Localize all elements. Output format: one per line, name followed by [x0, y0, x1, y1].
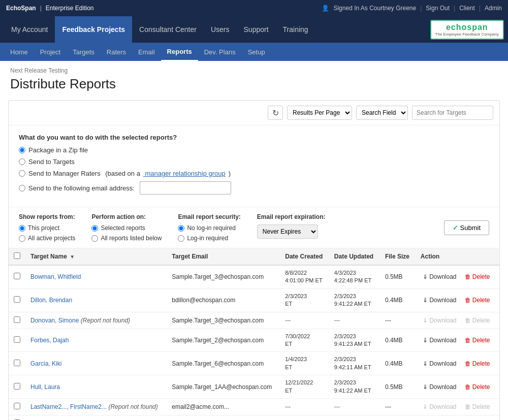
row-checkbox[interactable] [14, 316, 20, 323]
th-target-name[interactable]: Target Name ▼ [25, 248, 167, 265]
download-button[interactable]: ⇓ Download [421, 336, 459, 345]
refresh-button[interactable]: ↻ [268, 106, 283, 120]
delete-button[interactable]: 🗑 Delete [463, 359, 492, 368]
show-from-group: Show reports from: This project All acti… [19, 213, 75, 242]
row-name: LastName2..., FirstName2... (Report not … [25, 398, 167, 415]
target-name-link[interactable]: Garcia, Kiki [30, 360, 61, 367]
target-name-link[interactable]: Bowman, Whitfield [30, 273, 81, 280]
sign-out-link[interactable]: Sign Out [426, 5, 450, 12]
results-per-page-select[interactable]: Results Per Page [287, 106, 352, 120]
option-targets-radio[interactable] [19, 158, 25, 165]
expiration-select[interactable]: Never Expires 7 Days 30 Days 90 Days [257, 224, 318, 239]
th-checkbox [9, 248, 25, 265]
option-manager-suffix: (based on a [104, 170, 140, 177]
delete-button[interactable]: 🗑 Delete [463, 336, 492, 345]
subnav-home[interactable]: Home [4, 43, 34, 61]
row-action: ⇓ Download🗑 Delete [416, 288, 499, 312]
delete-button[interactable]: 🗑 Delete [463, 296, 492, 305]
table-row: Bowman, WhitfieldSample.Target_3@echospa… [9, 265, 499, 288]
row-email: Sample.Target_3@echospan.com [167, 265, 280, 288]
row-checkbox[interactable] [14, 273, 20, 279]
search-field-select[interactable]: Search Field [356, 106, 408, 120]
download-button[interactable]: ⇓ Download [421, 272, 459, 281]
subnav-targets[interactable]: Targets [67, 43, 101, 61]
download-button[interactable]: ⇓ Download [421, 296, 459, 305]
row-name: Garcia, Kiki [25, 352, 167, 375]
subnav-reports[interactable]: Reports [161, 43, 198, 61]
download-button[interactable]: ⇓ Download [421, 382, 459, 392]
row-date-updated: --- [329, 312, 380, 329]
row-file-size: 0.5MB [380, 375, 416, 399]
delete-button[interactable]: 🗑 Delete [463, 272, 492, 281]
nav-support[interactable]: Support [237, 16, 276, 43]
perform-all-radio[interactable] [91, 235, 98, 242]
row-name: LastName3..., FirstName3... (Report not … [25, 415, 167, 420]
row-name: Donovan, Simone (Report not found) [25, 312, 167, 329]
main-panel: ↻ Results Per Page Search Field What do … [8, 100, 500, 420]
row-date-created: 7/30/2022ET [280, 329, 329, 352]
subnav-dev-plans[interactable]: Dev. Plans [198, 43, 242, 61]
target-name-link[interactable]: Forbes, Dajah [30, 337, 69, 344]
row-checkbox[interactable] [14, 360, 20, 366]
logo-sub: The Employee Feedback Company [435, 32, 499, 37]
target-name-link[interactable]: Dillon, Brendan [30, 297, 72, 304]
row-file-size: 0.5MB [380, 265, 416, 288]
row-date-updated: 2/3/20239:42:11 AM ET [329, 352, 380, 375]
client-link[interactable]: Client [459, 5, 475, 12]
admin-link[interactable]: Admin [485, 5, 502, 12]
toolbar: ↻ Results Per Page Search Field [9, 101, 499, 125]
row-checkbox[interactable] [14, 383, 20, 390]
search-input[interactable] [412, 106, 493, 120]
th-action: Action [416, 248, 499, 265]
nav-my-account[interactable]: My Account [4, 16, 55, 43]
options-question: What do you want to do with the selected… [19, 134, 489, 141]
subnav-project[interactable]: Project [34, 43, 67, 61]
table-row: Donovan, Simone (Report not found)Sample… [9, 312, 499, 329]
content-area: Next Release Testing Distribute Reports … [0, 61, 508, 420]
row-checkbox[interactable] [14, 403, 20, 409]
delete-button: 🗑 Delete [463, 316, 492, 325]
option-zip-radio[interactable] [19, 147, 25, 153]
top-bar: EchoSpan | Enterprise Edition 👤 Signed I… [0, 0, 508, 16]
option-targets: Send to Targets [19, 158, 489, 166]
nav-users[interactable]: Users [204, 16, 237, 43]
row-file-size: 0.4MB [380, 288, 416, 312]
security-no-login-label: No log-in required [187, 224, 235, 232]
table-header: Target Name ▼ Target Email Date Created … [9, 248, 499, 265]
subnav-raters[interactable]: Raters [101, 43, 132, 61]
perform-label: Perform action on: [91, 213, 162, 220]
target-name-link[interactable]: Hull, Laura [30, 383, 60, 391]
submit-button[interactable]: ✓ Submit [444, 220, 489, 235]
row-checkbox[interactable] [14, 336, 20, 343]
subnav-email[interactable]: Email [132, 43, 161, 61]
nav-training[interactable]: Training [276, 16, 315, 43]
row-action: ⇓ Download🗑 Delete [416, 265, 499, 288]
security-no-login-radio[interactable] [178, 225, 184, 232]
row-checkbox[interactable] [14, 296, 20, 303]
show-all-projects-label: All active projects [28, 235, 75, 242]
check-icon: ✓ [453, 224, 458, 232]
select-all-checkbox[interactable] [14, 252, 20, 259]
manager-relationship-link[interactable]: manager relationship group [143, 170, 226, 177]
nav-feedback-projects[interactable]: Feedback Projects [55, 16, 132, 43]
show-all-projects-radio[interactable] [19, 235, 25, 242]
target-name-link[interactable]: Donovan, Simone [30, 317, 79, 324]
main-nav: My Account Feedback Projects Consultant … [0, 16, 508, 43]
brand-name: EchoSpan [6, 5, 36, 12]
show-this-project-radio[interactable] [19, 225, 25, 232]
option-zip-label: Package in a Zip file [28, 146, 88, 154]
email-address-input[interactable] [140, 181, 231, 195]
nav-consultant-center[interactable]: Consultant Center [132, 16, 204, 43]
option-manager-radio[interactable] [19, 170, 25, 177]
download-button[interactable]: ⇓ Download [421, 359, 459, 368]
security-login-radio[interactable] [178, 235, 184, 242]
delete-button[interactable]: 🗑 Delete [463, 382, 492, 392]
target-name-link[interactable]: LastName2..., FirstName2... [30, 403, 107, 410]
option-manager-label: Send to Manager Raters [28, 170, 101, 177]
perform-selected-radio[interactable] [91, 225, 98, 232]
option-email-radio[interactable] [19, 185, 25, 191]
subnav-setup[interactable]: Setup [242, 43, 271, 61]
top-bar-left: EchoSpan | Enterprise Edition [6, 5, 94, 12]
show-this-project: This project [19, 224, 75, 232]
submit-label: Submit [460, 224, 481, 232]
